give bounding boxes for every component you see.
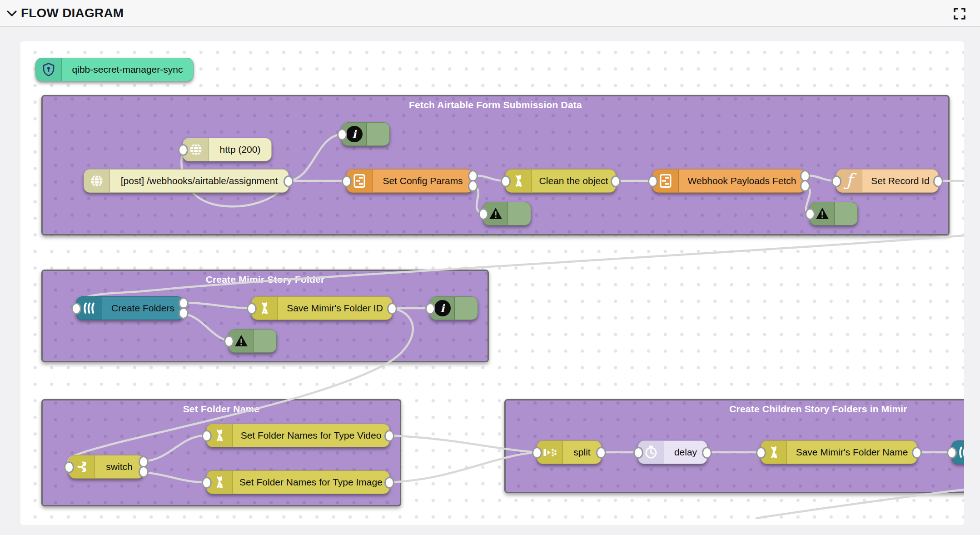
- node-label: Set Folder Names for Type Video: [233, 424, 389, 447]
- wire: [756, 490, 964, 518]
- input-port[interactable]: [178, 144, 188, 156]
- output-port[interactable]: [384, 477, 394, 489]
- fullscreen-icon[interactable]: [951, 5, 968, 22]
- input-port[interactable]: [202, 477, 212, 489]
- node-set-config-params[interactable]: Set Config Params: [346, 169, 473, 193]
- node-label: Set Config Params: [373, 170, 473, 192]
- output-port[interactable]: [702, 447, 712, 459]
- input-port[interactable]: [224, 335, 234, 347]
- node-clean-the-object[interactable]: Clean the object: [505, 169, 616, 193]
- output-port[interactable]: [611, 175, 621, 187]
- shield-key-icon: [36, 58, 62, 81]
- collapse-chevron-icon[interactable]: [4, 5, 20, 21]
- node-label: split: [563, 441, 601, 464]
- node-mimir-clipped[interactable]: [951, 440, 964, 464]
- group-title: Set Folder Name: [43, 404, 400, 415]
- input-port[interactable]: [478, 208, 488, 220]
- output-port[interactable]: [933, 175, 943, 187]
- node-label: [post] /webhooks/airtable/assignment: [110, 170, 289, 192]
- node-split[interactable]: split: [537, 440, 602, 464]
- node-delay[interactable]: delay: [638, 440, 707, 464]
- page-title: FLOW DIAGRAM: [21, 6, 124, 20]
- input-port[interactable]: [202, 430, 212, 442]
- node-label: Set Record Id: [862, 170, 938, 192]
- flow-canvas[interactable]: Fetch Airtable Form Submission Data Crea…: [20, 41, 964, 525]
- group-title: Create Children Story Folders in Mimir: [506, 404, 964, 415]
- group-title: Create Mimir Story Folder: [43, 274, 488, 285]
- node-set-folder-names-type-image[interactable]: Set Folder Names for Type Image: [206, 470, 390, 494]
- input-port[interactable]: [425, 303, 435, 315]
- node-switch[interactable]: switch: [69, 455, 144, 479]
- input-port[interactable]: [342, 175, 352, 187]
- input-port[interactable]: [947, 447, 957, 459]
- node-label: qibb-secret-manager-sync: [62, 58, 193, 81]
- output-port-2[interactable]: [139, 466, 149, 478]
- node-warning-1[interactable]: [483, 202, 531, 225]
- node-set-record-id[interactable]: ƒ Set Record Id: [836, 169, 939, 193]
- node-save-mimirs-folder-name[interactable]: Save Mimir's Folder Name: [761, 440, 917, 464]
- node-label: Set Folder Names for Type Image: [233, 471, 389, 494]
- node-label: switch: [95, 455, 144, 478]
- output-port-2[interactable]: [468, 180, 478, 192]
- input-port[interactable]: [831, 175, 841, 187]
- node-webhook-in-post[interactable]: [post] /webhooks/airtable/assignment: [84, 169, 289, 193]
- output-port[interactable]: [284, 175, 294, 187]
- input-port[interactable]: [805, 208, 815, 220]
- output-port[interactable]: [384, 430, 394, 442]
- node-label: Clean the object: [532, 170, 616, 192]
- node-label: Save Mimir's Folder Name: [787, 441, 917, 464]
- output-port[interactable]: [596, 447, 606, 459]
- node-warning-3[interactable]: [229, 329, 277, 353]
- globe-icon: [84, 170, 110, 192]
- node-info-2[interactable]: i: [430, 296, 478, 320]
- input-port[interactable]: [64, 461, 74, 473]
- input-port[interactable]: [247, 303, 257, 315]
- input-port[interactable]: [71, 303, 81, 315]
- input-port[interactable]: [756, 447, 766, 459]
- node-label: Create Folders: [102, 297, 184, 320]
- node-set-folder-names-type-video[interactable]: Set Folder Names for Type Video: [206, 424, 390, 447]
- group-title: Fetch Airtable Form Submission Data: [43, 100, 948, 110]
- input-port[interactable]: [633, 447, 643, 459]
- panel-header: FLOW DIAGRAM: [0, 0, 980, 27]
- input-port[interactable]: [532, 447, 542, 459]
- input-port[interactable]: [648, 175, 658, 187]
- node-http-response[interactable]: http (200): [183, 138, 272, 161]
- input-port[interactable]: [337, 129, 347, 140]
- node-label: delay: [664, 441, 707, 464]
- node-info-1[interactable]: i: [342, 122, 390, 146]
- node-save-mimirs-folder-id[interactable]: Save Mimir's Folder ID: [251, 296, 393, 320]
- node-create-folders[interactable]: Create Folders: [76, 296, 184, 320]
- node-warning-2[interactable]: [810, 202, 858, 225]
- node-label: Save Mimir's Folder ID: [278, 297, 392, 320]
- node-qibb-secret-manager-sync[interactable]: qibb-secret-manager-sync: [35, 58, 194, 81]
- output-port-2[interactable]: [179, 307, 189, 319]
- output-port[interactable]: [387, 303, 397, 315]
- output-port[interactable]: [912, 447, 922, 459]
- node-label: Webhook Payloads Fetch: [679, 170, 805, 192]
- input-port[interactable]: [501, 175, 511, 187]
- output-port-2[interactable]: [800, 180, 810, 192]
- node-webhook-payloads-fetch[interactable]: Webhook Payloads Fetch: [652, 169, 806, 193]
- node-label: http (200): [209, 138, 271, 161]
